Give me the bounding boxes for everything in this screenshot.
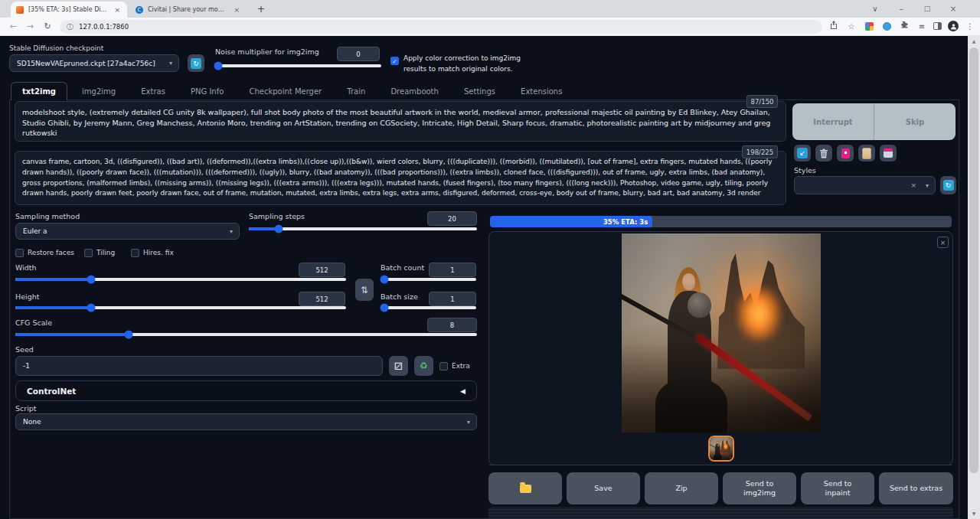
trash-icon [819, 149, 828, 158]
save-button[interactable]: Save [567, 472, 640, 504]
slider-handle[interactable] [124, 331, 132, 339]
reuse-seed-button[interactable]: ♻ [414, 356, 433, 376]
zip-button[interactable]: Zip [645, 472, 718, 504]
slider-handle[interactable] [214, 62, 223, 70]
bookmark-star-icon[interactable]: ☆ [844, 19, 858, 34]
side-panel-icon[interactable] [933, 22, 942, 30]
extension-colored-icon[interactable] [865, 22, 874, 31]
clear-icon[interactable]: × [910, 181, 916, 189]
scrollbar-up-icon[interactable]: ▲ [968, 36, 980, 47]
clear-prompt-button[interactable] [815, 145, 832, 162]
tiling-checkbox[interactable] [84, 249, 93, 257]
window-minimize-button[interactable]: – [890, 0, 913, 18]
skip-button[interactable]: Skip [874, 103, 956, 140]
tab-close-icon[interactable]: × [113, 6, 122, 14]
apply-styles-button[interactable] [858, 145, 875, 162]
sampling-steps-slider[interactable] [249, 227, 477, 230]
random-seed-button[interactable]: ⚂ [389, 356, 408, 376]
extensions-puzzle-icon[interactable] [897, 19, 911, 34]
tab-extensions[interactable]: Extensions [510, 83, 573, 100]
open-folder-button[interactable] [488, 472, 562, 504]
slider-handle[interactable] [87, 304, 96, 312]
browser-tab-stable-diffusion[interactable]: [35% ETA: 3s] Stable Diffusion × [11, 2, 127, 18]
restore-faces-checkbox[interactable] [15, 249, 24, 257]
height-slider[interactable] [15, 306, 346, 309]
tab-txt2img[interactable]: txt2img [11, 82, 67, 100]
dice-icon: ⚂ [394, 361, 403, 372]
send-to-img2img-button[interactable]: Send to img2img [723, 472, 796, 504]
width-slider[interactable] [15, 278, 346, 281]
profile-avatar[interactable] [948, 21, 959, 31]
sampling-steps-value[interactable]: 20 [427, 211, 477, 226]
forward-icon[interactable]: → [23, 19, 37, 34]
new-tab-button[interactable]: + [254, 2, 268, 16]
cfg-scale-value[interactable]: 8 [427, 318, 477, 332]
tab-img2img[interactable]: img2img [71, 83, 126, 100]
noise-multiplier-value[interactable]: 0 [337, 47, 380, 61]
window-maximize-button[interactable]: □ [916, 0, 939, 18]
screen: [35% ETA: 3s] Stable Diffusion × C Civit… [0, 0, 980, 519]
save-style-button[interactable] [880, 145, 897, 162]
batch-size-value[interactable]: 1 [429, 292, 476, 306]
swap-dimensions-button[interactable]: ⇅ [355, 279, 374, 301]
extension-blue-icon[interactable] [883, 22, 891, 31]
gallery-close-button[interactable]: × [937, 237, 949, 248]
tab-checkpoint-merger[interactable]: Checkpoint Merger [238, 83, 332, 100]
gallery-thumbnail[interactable] [708, 436, 734, 462]
share-icon[interactable] [827, 19, 841, 34]
script-select[interactable]: None ▾ [15, 413, 477, 430]
width-value[interactable]: 512 [299, 263, 345, 277]
scrollbar-down-icon[interactable]: ▼ [968, 508, 980, 519]
color-correction-checkbox[interactable]: ✓ [390, 57, 399, 65]
folder-icon [520, 485, 531, 493]
slider-handle[interactable] [87, 276, 96, 284]
tab-train[interactable]: Train [336, 83, 376, 100]
slider-handle[interactable] [381, 304, 389, 312]
scrollbar-thumb[interactable] [969, 47, 978, 473]
extra-networks-button[interactable] [837, 145, 854, 162]
address-bar[interactable]: ⓘ 127.0.0.1:7860 [60, 20, 822, 34]
height-value[interactable]: 512 [299, 292, 345, 306]
site-info-icon[interactable]: ⓘ [67, 22, 74, 32]
batch-size-slider[interactable] [381, 306, 476, 309]
noise-multiplier-slider[interactable] [215, 64, 381, 67]
batch-count-slider[interactable] [381, 278, 476, 281]
send-to-inpaint-button[interactable]: Send to inpaint [801, 472, 874, 504]
interrupt-button[interactable]: Interrupt [792, 103, 874, 140]
window-close-button[interactable]: × [942, 0, 965, 18]
extra-seed-label: Extra [452, 362, 470, 370]
browser-menu-dots-icon[interactable]: ⋮ [963, 19, 977, 34]
styles-label: Styles [794, 166, 816, 175]
reload-icon[interactable]: ↻ [41, 19, 54, 34]
controlnet-accordion[interactable]: ControlNet ◀ [15, 380, 477, 401]
tab-settings[interactable]: Settings [453, 83, 506, 100]
generated-image[interactable] [622, 233, 821, 432]
seed-input[interactable]: -1 [15, 356, 383, 376]
browser-tab-civitai[interactable]: C Civitai | Share your models × [130, 2, 247, 18]
tab-search-chevron-icon[interactable]: ∨ [864, 0, 887, 18]
hires-fix-checkbox[interactable] [131, 249, 139, 257]
chevron-down-icon[interactable]: ▾ [926, 182, 929, 189]
paste-generation-params-button[interactable]: ↙ [794, 145, 811, 162]
send-to-extras-button[interactable]: Send to extras [879, 472, 953, 504]
checkpoint-refresh-button[interactable]: ↻ [188, 54, 204, 72]
sampling-method-select[interactable]: Euler a ▾ [15, 223, 240, 240]
back-icon[interactable]: ← [6, 19, 20, 34]
extra-seed-checkbox[interactable] [439, 362, 448, 370]
checkpoint-select[interactable]: SD15NewVAEpruned.ckpt [27a4ac756c] ▾ [9, 54, 179, 72]
cfg-scale-slider[interactable] [15, 333, 477, 336]
generated-image-wrap[interactable] [622, 233, 821, 432]
tab-extras[interactable]: Extras [130, 83, 176, 100]
tab-png-info[interactable]: PNG Info [180, 83, 234, 100]
progress-text: 35% ETA: 3s [603, 218, 648, 226]
tab-close-icon[interactable]: × [232, 6, 241, 14]
prompt-textarea[interactable]: modelshoot style, (extremely detailed CG… [15, 101, 786, 142]
styles-refresh-button[interactable]: ↻ [940, 176, 956, 194]
slider-handle[interactable] [274, 225, 283, 233]
tab-dreambooth[interactable]: Dreambooth [380, 83, 449, 100]
slider-handle[interactable] [381, 276, 389, 284]
reading-list-icon[interactable]: ≡ [915, 19, 929, 34]
batch-count-value[interactable]: 1 [429, 263, 476, 277]
negative-prompt-textarea[interactable]: canvas frame, cartoon, 3d, ((disfigured)… [15, 151, 786, 205]
styles-select[interactable]: × ▾ [794, 176, 936, 194]
